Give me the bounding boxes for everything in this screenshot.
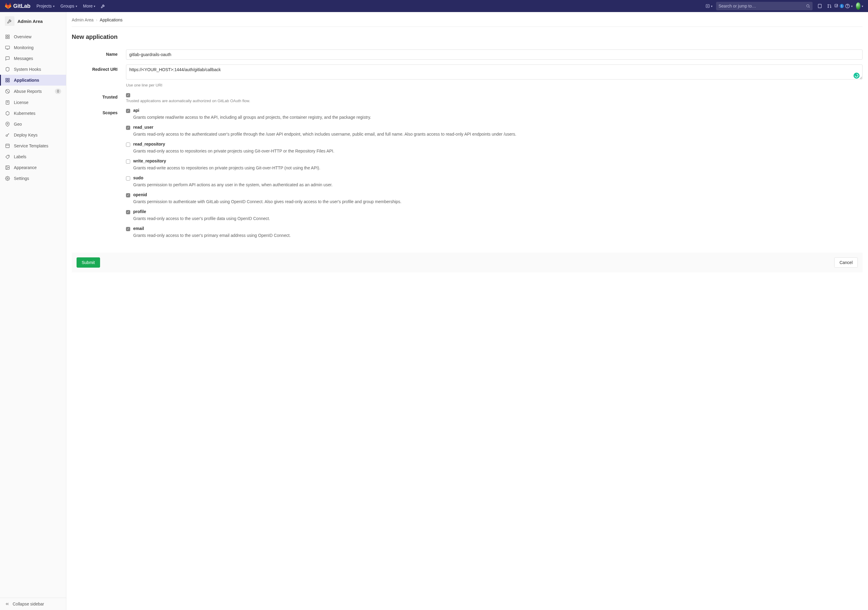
svg-line-4 <box>809 7 810 8</box>
admin-sidebar: Admin Area OverviewMonitoringMessagesSys… <box>0 12 66 610</box>
new-dropdown[interactable]: ▾ <box>704 4 714 8</box>
sidebar-item-icon <box>5 111 10 116</box>
scope-api-checkbox[interactable] <box>126 109 130 113</box>
breadcrumb: Admin Area › Applications <box>72 16 863 27</box>
cancel-button[interactable]: Cancel <box>834 257 858 268</box>
chevron-down-icon: ▾ <box>851 5 852 8</box>
scope-read_user-checkbox[interactable] <box>126 126 130 130</box>
nav-more[interactable]: More▾ <box>80 0 99 12</box>
redirect-uri-hint: Use one line per URI <box>126 83 863 87</box>
collapse-icon <box>5 602 10 606</box>
svg-line-23 <box>6 90 9 93</box>
search-icon <box>806 4 810 8</box>
scope-openid-checkbox[interactable] <box>126 193 130 197</box>
trusted-label: Trusted <box>72 92 126 99</box>
sidebar-item-icon <box>5 67 10 72</box>
scope-write_repository: write_repositoryGrants read-write access… <box>126 158 863 171</box>
sidebar-item-service-templates[interactable]: Service Templates <box>0 141 66 151</box>
sidebar-item-label: Geo <box>14 122 22 127</box>
svg-point-11 <box>847 7 848 7</box>
svg-rect-14 <box>6 37 7 39</box>
sidebar-nav-list: OverviewMonitoringMessagesSystem HooksAp… <box>0 30 66 598</box>
gitlab-logo[interactable]: GitLab <box>5 3 31 9</box>
sidebar-item-labels[interactable]: Labels <box>0 151 66 162</box>
scope-read_repository-desc: Grants read-only access to repositories … <box>133 148 863 154</box>
sidebar-item-icon <box>5 133 10 138</box>
sidebar-item-settings[interactable]: Settings <box>0 173 66 184</box>
sidebar-item-label: Labels <box>14 154 26 159</box>
search-input[interactable] <box>719 4 806 8</box>
breadcrumb-sep: › <box>96 17 98 22</box>
merge-requests-icon[interactable] <box>825 4 834 8</box>
scope-profile: profileGrants read-only access to the us… <box>126 209 863 222</box>
scope-sudo-checkbox[interactable] <box>126 176 130 181</box>
svg-rect-13 <box>8 35 9 36</box>
sidebar-item-label: License <box>14 100 28 105</box>
scope-profile-name: profile <box>133 209 146 214</box>
grammarly-icon[interactable] <box>854 73 860 79</box>
sidebar-context[interactable]: Admin Area <box>0 12 66 30</box>
scope-sudo-desc: Grants permission to perform API actions… <box>133 182 863 188</box>
trusted-hint: Trusted applications are automatically a… <box>126 99 863 103</box>
svg-rect-9 <box>835 4 837 7</box>
todos-icon[interactable]: 1 <box>834 4 844 8</box>
sidebar-item-overview[interactable]: Overview <box>0 31 66 42</box>
redirect-uri-label: Redirect URI <box>72 65 126 72</box>
sidebar-item-icon <box>5 176 10 181</box>
breadcrumb-current: Applications <box>100 17 122 22</box>
sidebar-item-applications[interactable]: Applications <box>0 75 66 85</box>
sidebar-item-label: Kubernetes <box>14 111 36 116</box>
svg-marker-27 <box>6 111 9 115</box>
collapse-sidebar[interactable]: Collapse sidebar <box>0 598 66 610</box>
scopes-label: Scopes <box>72 108 126 115</box>
scope-openid: openidGrants permission to authenticate … <box>126 192 863 205</box>
sidebar-item-count: 0 <box>55 88 61 94</box>
sidebar-item-system-hooks[interactable]: System Hooks <box>0 64 66 75</box>
admin-wrench-icon[interactable] <box>98 4 108 8</box>
new-application-form: Name Redirect URI Use one line per URI T… <box>72 47 863 245</box>
svg-point-7 <box>828 7 829 8</box>
submit-button[interactable]: Submit <box>76 257 100 268</box>
scope-email-checkbox[interactable] <box>126 227 130 231</box>
svg-point-3 <box>806 5 809 7</box>
wrench-icon <box>5 16 14 26</box>
form-actions: Submit Cancel <box>72 252 863 272</box>
svg-point-6 <box>828 5 829 5</box>
name-field[interactable] <box>126 50 863 60</box>
nav-groups[interactable]: Groups▾ <box>57 0 80 12</box>
scope-read_user-desc: Grants read-only access to the authentic… <box>133 131 863 138</box>
sidebar-item-kubernetes[interactable]: Kubernetes <box>0 108 66 119</box>
scope-write_repository-checkbox[interactable] <box>126 159 130 164</box>
help-icon[interactable]: ▾ <box>844 4 854 8</box>
collapse-sidebar-label: Collapse sidebar <box>12 602 44 606</box>
sidebar-item-icon <box>5 122 10 127</box>
global-search[interactable] <box>716 2 812 10</box>
redirect-uri-field[interactable] <box>126 65 863 80</box>
sidebar-item-monitoring[interactable]: Monitoring <box>0 42 66 53</box>
name-label: Name <box>72 50 126 57</box>
scope-profile-checkbox[interactable] <box>126 210 130 214</box>
top-navbar: GitLab Projects▾ Groups▾ More▾ ▾ 1 ▾ ▾ <box>0 0 868 12</box>
sidebar-item-label: System Hooks <box>14 67 41 72</box>
sidebar-item-label: Overview <box>14 34 31 39</box>
sidebar-item-abuse-reports[interactable]: Abuse Reports0 <box>0 85 66 97</box>
sidebar-item-icon <box>5 144 10 148</box>
sidebar-item-label: Messages <box>14 56 33 61</box>
sidebar-item-icon <box>5 89 10 94</box>
scope-read_repository-checkbox[interactable] <box>126 142 130 147</box>
scope-email-name: email <box>133 226 144 231</box>
sidebar-item-license[interactable]: License <box>0 97 66 108</box>
user-menu[interactable]: ▾ <box>854 2 863 10</box>
scope-openid-desc: Grants permission to authenticate with G… <box>133 199 863 205</box>
breadcrumb-root[interactable]: Admin Area <box>72 17 93 22</box>
sidebar-item-geo[interactable]: Geo <box>0 119 66 130</box>
sidebar-item-messages[interactable]: Messages <box>0 53 66 64</box>
sidebar-item-appearance[interactable]: Appearance <box>0 162 66 173</box>
nav-projects[interactable]: Projects▾ <box>33 0 57 12</box>
chevron-down-icon: ▾ <box>711 5 713 8</box>
issues-icon[interactable] <box>815 4 825 8</box>
scope-read_user: read_userGrants read-only access to the … <box>126 125 863 138</box>
sidebar-item-deploy-keys[interactable]: Deploy Keys <box>0 130 66 141</box>
scope-email: emailGrants read-only access to the user… <box>126 226 863 239</box>
trusted-checkbox[interactable] <box>126 93 130 98</box>
